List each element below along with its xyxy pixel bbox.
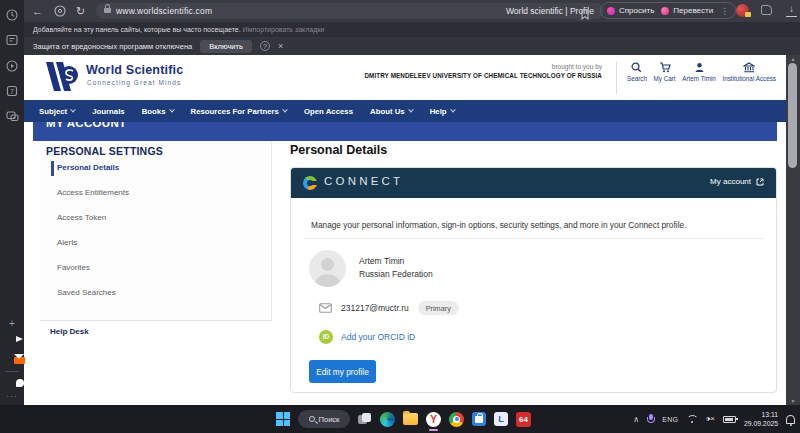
site-badge-icon[interactable] bbox=[54, 5, 66, 17]
yandex-browser-icon[interactable]: Y bbox=[426, 412, 441, 427]
chrome-icon[interactable] bbox=[449, 412, 464, 427]
sidebar-item-favorites[interactable]: Favorites bbox=[57, 263, 90, 272]
back-button[interactable]: ← bbox=[32, 0, 43, 22]
brought-by-text: brought to you by bbox=[352, 63, 602, 70]
world-scientific-logo-icon[interactable] bbox=[40, 60, 82, 98]
connect-profile-card: CONNECT My account Manage your personal … bbox=[290, 167, 777, 393]
site-header: World Scientific Connecting Great Minds … bbox=[24, 55, 786, 100]
chevron-down-icon bbox=[282, 107, 288, 113]
history-icon[interactable] bbox=[0, 7, 24, 25]
orcid-icon: iD bbox=[319, 330, 333, 344]
clock[interactable]: 13:11 29.09.2025 bbox=[744, 410, 778, 428]
alice-icon bbox=[607, 7, 615, 15]
start-button[interactable] bbox=[276, 412, 290, 426]
page-scrollbar[interactable]: ▲ ▼ bbox=[786, 55, 800, 405]
cart-icon bbox=[659, 62, 671, 73]
protection-help-icon[interactable]: ? bbox=[260, 41, 270, 51]
connect-brand: CONNECT bbox=[324, 175, 403, 187]
site-navbar: Subject Journals Books Resources For Par… bbox=[24, 100, 786, 122]
nav-help[interactable]: Help bbox=[430, 107, 455, 116]
connect-banner: CONNECT My account bbox=[291, 168, 776, 198]
scrollbar-thumb[interactable] bbox=[788, 63, 797, 168]
sidebar-bottom-divider bbox=[40, 320, 272, 321]
email-row: 231217@muctr.ru Primary bbox=[319, 301, 459, 315]
my-account-link[interactable]: My account bbox=[710, 177, 764, 186]
tabs-groups-icon[interactable] bbox=[0, 108, 24, 126]
sidebar-divider bbox=[5, 371, 19, 372]
url-text[interactable]: www.worldscientific.com bbox=[116, 3, 212, 19]
nav-resources-for-partners[interactable]: Resources For Partners bbox=[191, 107, 287, 116]
institutional-access-button[interactable]: Institutional Access bbox=[722, 62, 776, 94]
connect-description: Manage your personal information, sign-i… bbox=[311, 220, 686, 230]
account-button[interactable]: Artem Timin bbox=[682, 62, 716, 94]
wifi-icon[interactable] bbox=[686, 415, 697, 424]
avatar-head bbox=[321, 258, 334, 271]
video-icon[interactable] bbox=[0, 58, 24, 76]
microphone-icon[interactable] bbox=[647, 414, 654, 424]
task-view-button[interactable] bbox=[358, 413, 372, 425]
profile-country: Russian Federation bbox=[359, 269, 433, 279]
help-desk-link[interactable]: Help Desk bbox=[50, 327, 89, 336]
system-tray: ∧ ENG 🕩× 13:11 29.09.2025 bbox=[633, 405, 795, 433]
tray-date: 29.09.2025 bbox=[744, 419, 778, 428]
language-indicator[interactable]: ENG bbox=[662, 416, 678, 423]
bookmarks-panel-icon[interactable] bbox=[0, 32, 24, 50]
lock-icon bbox=[104, 8, 111, 13]
sidebar-item-personal-details[interactable]: Personal Details bbox=[57, 163, 119, 172]
microsoft-store-icon[interactable] bbox=[472, 412, 486, 426]
sidebar-add-icon[interactable]: + bbox=[0, 318, 24, 329]
nav-books[interactable]: Books bbox=[142, 107, 174, 116]
taskbar-search[interactable]: Поиск bbox=[298, 410, 350, 428]
external-link-icon bbox=[756, 178, 764, 186]
notifications-icon[interactable] bbox=[786, 415, 795, 424]
profile-name: Artem Timin bbox=[359, 256, 404, 266]
sidebar-item-access-token[interactable]: Access Token bbox=[57, 213, 106, 222]
sidebar-more-icon[interactable]: ··· bbox=[0, 392, 24, 401]
search-button[interactable]: Search bbox=[627, 62, 647, 94]
connect-logo-icon bbox=[303, 176, 317, 190]
user-icon bbox=[694, 62, 705, 73]
header-actions: Search My Cart Artem Timin Institutional… bbox=[616, 62, 776, 94]
card-divider bbox=[303, 238, 764, 239]
nav-open-access[interactable]: Open Access bbox=[304, 107, 353, 116]
enable-protection-button[interactable]: Включить bbox=[200, 40, 252, 53]
app-64-icon[interactable]: 64 bbox=[516, 412, 531, 427]
nav-label: Help bbox=[430, 107, 447, 116]
web-page: World Scientific Connecting Great Minds … bbox=[24, 55, 786, 405]
tray-expand-icon[interactable]: ∧ bbox=[633, 415, 639, 424]
browser-profile-avatar[interactable] bbox=[736, 4, 749, 17]
sidebar-item-alerts[interactable]: Alerts bbox=[57, 238, 77, 247]
translate-label: Перевести bbox=[673, 6, 713, 15]
extensions-icon[interactable] bbox=[761, 5, 772, 15]
nav-about-us[interactable]: About Us bbox=[370, 107, 413, 116]
scroll-up-arrow[interactable]: ▲ bbox=[786, 56, 800, 62]
widget-seven-icon[interactable]: 7 bbox=[0, 83, 24, 101]
battery-icon[interactable] bbox=[723, 416, 736, 423]
downloads-icon[interactable]: ↓ bbox=[786, 3, 797, 17]
nav-journals[interactable]: Journals bbox=[92, 107, 125, 116]
protection-close-icon[interactable]: × bbox=[278, 41, 283, 51]
edit-profile-button[interactable]: Edit my profile bbox=[309, 360, 376, 383]
l-app-icon[interactable]: L bbox=[494, 412, 508, 426]
edge-icon[interactable] bbox=[380, 412, 395, 427]
sidebar-item-access-entitlements[interactable]: Access Entitlements bbox=[57, 188, 129, 197]
address-bar[interactable]: www.worldscientific.com World scientific… bbox=[96, 3, 604, 19]
my-cart-button[interactable]: My Cart bbox=[654, 62, 676, 94]
toolbar-menu-icon[interactable]: ⋮ bbox=[720, 6, 729, 16]
nav-subject[interactable]: Subject bbox=[39, 107, 75, 116]
orcid-row: iD Add your ORCID iD bbox=[319, 330, 415, 344]
personal-settings-panel: PERSONAL SETTINGS Personal Details Acces… bbox=[40, 141, 272, 320]
scroll-down-arrow[interactable]: ▼ bbox=[786, 398, 800, 404]
add-orcid-link[interactable]: Add your ORCID iD bbox=[341, 332, 415, 342]
sidebar-item-saved-searches[interactable]: Saved Searches bbox=[57, 288, 116, 297]
file-explorer-icon[interactable] bbox=[403, 413, 418, 425]
site-logo-title[interactable]: World Scientific bbox=[86, 63, 183, 77]
nav-label: Journals bbox=[92, 107, 125, 116]
primary-badge: Primary bbox=[418, 301, 459, 315]
ask-button[interactable]: Спросить bbox=[607, 6, 654, 15]
import-bookmarks-link[interactable]: Импортировать закладки bbox=[243, 26, 325, 33]
translate-button[interactable]: Перевести bbox=[661, 6, 713, 15]
institution-icon bbox=[743, 62, 755, 73]
volume-muted-icon[interactable]: 🕩× bbox=[705, 414, 715, 424]
refresh-button[interactable]: ↻ bbox=[76, 0, 85, 22]
